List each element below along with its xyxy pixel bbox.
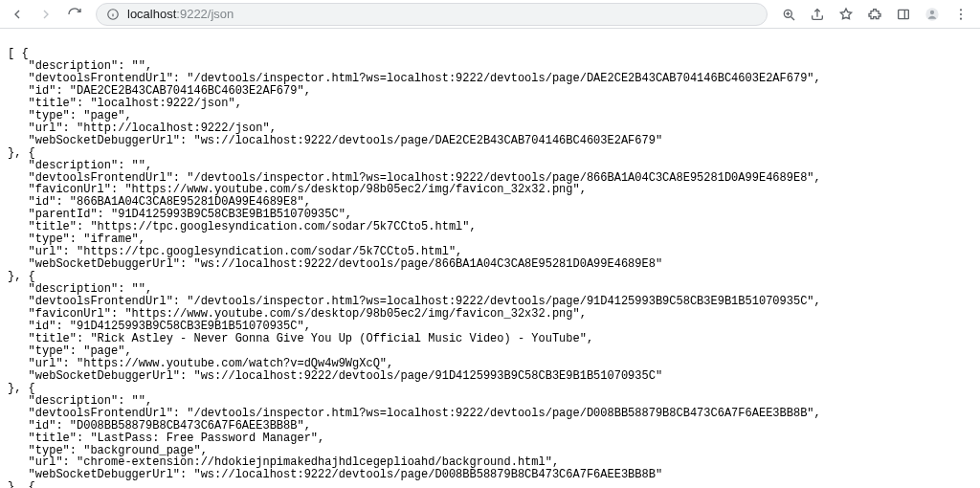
- forward-button[interactable]: [33, 1, 59, 28]
- back-button[interactable]: [4, 1, 31, 28]
- zoom-icon[interactable]: [775, 1, 802, 28]
- address-rest: :9222/json: [176, 7, 234, 21]
- site-info-icon[interactable]: [106, 8, 120, 21]
- json-body: [ { "description": "", "devtoolsFrontend…: [0, 40, 980, 488]
- toolbar-right: [775, 1, 974, 28]
- address-host: localhost: [127, 7, 176, 21]
- bookmark-icon[interactable]: [833, 1, 859, 28]
- profile-icon[interactable]: [919, 1, 946, 28]
- reload-button[interactable]: [61, 1, 88, 28]
- svg-rect-7: [899, 10, 909, 18]
- share-icon[interactable]: [804, 1, 831, 28]
- svg-point-12: [960, 12, 962, 14]
- extensions-icon[interactable]: [861, 1, 888, 28]
- svg-point-11: [960, 9, 962, 11]
- address-bar[interactable]: localhost:9222/json: [96, 3, 768, 26]
- svg-point-13: [960, 17, 962, 19]
- svg-line-6: [791, 16, 794, 19]
- sidepanel-icon[interactable]: [890, 1, 917, 28]
- svg-point-10: [930, 10, 934, 13]
- address-text: localhost:9222/json: [127, 7, 234, 21]
- browser-toolbar: localhost:9222/json: [0, 0, 980, 29]
- menu-icon[interactable]: [947, 1, 974, 28]
